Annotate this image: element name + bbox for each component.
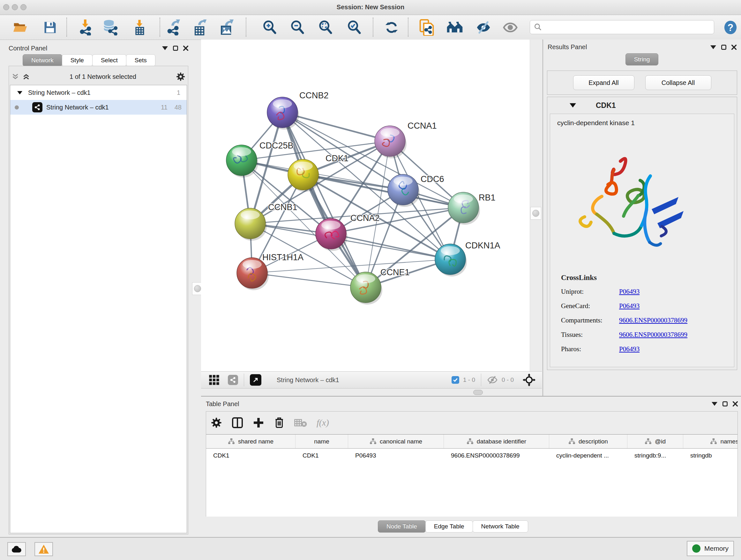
gene-section-header[interactable]: CDK1 bbox=[547, 97, 737, 114]
column-header-namespace[interactable]: namespace bbox=[683, 435, 738, 448]
network-row[interactable]: String Network – cdk1 11 48 bbox=[10, 100, 187, 115]
expand-all-icon[interactable] bbox=[22, 73, 30, 80]
column-header-canonical-name[interactable]: canonical name bbox=[348, 435, 444, 448]
node-label-CCNB2: CCNB2 bbox=[299, 91, 329, 100]
current-network-dot bbox=[15, 105, 19, 110]
tree-expand-icon[interactable] bbox=[17, 91, 22, 95]
zoom-fit-button[interactable] bbox=[317, 19, 334, 36]
float-panel-icon[interactable] bbox=[721, 45, 726, 50]
node-CDKN1A[interactable]: CDKN1A bbox=[435, 241, 500, 276]
collapse-all-button[interactable]: Collapse All bbox=[645, 75, 711, 90]
import-network-database-button[interactable] bbox=[102, 19, 119, 36]
node-RB1[interactable]: RB1 bbox=[448, 192, 495, 225]
open-session-button[interactable] bbox=[11, 19, 29, 36]
section-collapse-icon[interactable] bbox=[569, 103, 576, 108]
table-cell[interactable]: CDK1 bbox=[206, 449, 295, 462]
tab-network[interactable]: Network bbox=[23, 54, 62, 66]
first-neighbors-button[interactable] bbox=[446, 19, 463, 36]
tab-sets[interactable]: Sets bbox=[126, 54, 155, 66]
tab-node-table[interactable]: Node Table bbox=[378, 520, 426, 533]
table-panel-header: Table Panel bbox=[206, 399, 738, 409]
table-cell[interactable]: cyclin-dependent ... bbox=[549, 449, 627, 462]
crosslink-row: Uniprot:P06493 bbox=[561, 288, 733, 296]
node-HIST1H1A[interactable]: HIST1H1A bbox=[237, 253, 304, 290]
node-CDC25B[interactable]: CDC25B bbox=[226, 141, 293, 178]
table-panel-top-border bbox=[201, 396, 741, 396]
crosslink-link[interactable]: P06493 bbox=[619, 302, 639, 310]
add-column-icon[interactable] bbox=[253, 417, 264, 428]
table-row[interactable]: CDK1CDK1P064939606.ENSP00000378699cyclin… bbox=[206, 449, 738, 462]
close-panel-icon[interactable] bbox=[183, 46, 188, 51]
import-network-file-button[interactable] bbox=[77, 19, 94, 36]
column-header--id[interactable]: @id bbox=[627, 435, 683, 448]
collapse-all-icon[interactable] bbox=[11, 73, 19, 80]
hide-selected-button[interactable] bbox=[475, 19, 492, 36]
warnings-button[interactable] bbox=[35, 542, 53, 556]
float-panel-icon[interactable] bbox=[723, 401, 728, 407]
apply-layout-button[interactable] bbox=[383, 19, 400, 36]
table-gear-icon[interactable] bbox=[211, 417, 222, 428]
column-header-name[interactable]: name bbox=[295, 435, 348, 448]
node-CCNB2[interactable]: CCNB2 bbox=[267, 91, 329, 130]
table-cell[interactable]: stringdb bbox=[683, 449, 738, 462]
zoom-selected-button[interactable] bbox=[346, 19, 363, 36]
right-splitter-handle[interactable] bbox=[530, 207, 541, 220]
zoom-out-button[interactable] bbox=[289, 19, 306, 36]
search-input[interactable] bbox=[545, 23, 710, 31]
network-graph[interactable]: CCNB2CCNA1CDC25BCDK1CDC6RB1CCNB1CCNA2CDK… bbox=[201, 40, 530, 371]
show-columns-icon[interactable] bbox=[232, 417, 243, 428]
clone-network-button[interactable] bbox=[418, 19, 435, 36]
table-cell[interactable]: stringdb:9... bbox=[627, 449, 683, 462]
network-list-header: 1 of 1 Network selected bbox=[11, 70, 185, 84]
toolbar-separator bbox=[246, 17, 246, 37]
import-table-button[interactable] bbox=[131, 19, 148, 36]
crosslink-link[interactable]: 9606.ENSP00000378699 bbox=[619, 316, 687, 324]
table-cell[interactable]: 9606.ENSP00000378699 bbox=[444, 449, 549, 462]
zoom-in-button[interactable] bbox=[261, 19, 278, 36]
fit-selected-crosshair-icon[interactable] bbox=[523, 374, 536, 386]
memory-button[interactable]: Memory bbox=[687, 541, 734, 556]
collapse-panel-icon[interactable] bbox=[711, 45, 716, 49]
tab-network-table[interactable]: Network Table bbox=[473, 520, 528, 533]
tab-edge-table[interactable]: Edge Table bbox=[425, 520, 473, 533]
crosslink-link[interactable]: P06493 bbox=[619, 345, 639, 353]
column-header-description[interactable]: description bbox=[549, 435, 627, 448]
collapse-panel-icon[interactable] bbox=[712, 402, 718, 406]
selected-checkbox-icon[interactable] bbox=[452, 376, 459, 384]
edge-HIST1H1A-CCNE1[interactable] bbox=[252, 273, 366, 287]
expand-all-button[interactable]: Expand All bbox=[573, 75, 634, 90]
node-label-CCNA2: CCNA2 bbox=[350, 213, 380, 223]
zoom-in-icon bbox=[262, 20, 277, 35]
gear-icon[interactable] bbox=[176, 72, 185, 81]
function-builder-icon: f(x) bbox=[317, 418, 329, 428]
export-network-button[interactable] bbox=[165, 19, 183, 36]
float-panel-icon[interactable] bbox=[173, 46, 178, 51]
help-button[interactable]: ? bbox=[722, 19, 739, 36]
tab-string[interactable]: String bbox=[625, 53, 659, 65]
cloud-button[interactable] bbox=[7, 542, 26, 556]
export-table-button[interactable] bbox=[192, 19, 209, 36]
save-session-button[interactable] bbox=[42, 19, 59, 36]
column-header-shared-name[interactable]: shared name bbox=[206, 435, 295, 448]
close-panel-icon[interactable] bbox=[731, 45, 737, 50]
node-CCNA1[interactable]: CCNA1 bbox=[375, 121, 437, 159]
collapse-panel-icon[interactable] bbox=[162, 46, 168, 50]
crosslink-link[interactable]: P06493 bbox=[619, 288, 639, 296]
tab-select[interactable]: Select bbox=[92, 54, 126, 66]
table-panel-splitter-handle[interactable] bbox=[473, 390, 483, 395]
close-panel-icon[interactable] bbox=[733, 401, 738, 407]
birdseye-grid-icon[interactable] bbox=[209, 374, 219, 385]
table-cell[interactable]: P06493 bbox=[348, 449, 444, 462]
delete-column-icon[interactable] bbox=[274, 417, 285, 429]
zoom-selected-icon bbox=[347, 20, 361, 35]
network-collection-row[interactable]: String Network – cdk1 1 bbox=[10, 85, 187, 100]
tab-style[interactable]: Style bbox=[62, 54, 92, 66]
table-cell[interactable]: CDK1 bbox=[295, 449, 348, 462]
column-header-database-identifier[interactable]: database identifier bbox=[444, 435, 549, 448]
control-panel-tabs: NetworkStyleSelectSets bbox=[23, 54, 155, 66]
network-share-icon[interactable] bbox=[228, 375, 238, 385]
show-all-button[interactable] bbox=[502, 19, 519, 36]
crosslink-link[interactable]: 9606.ENSP00000378699 bbox=[619, 331, 687, 339]
export-image-button[interactable] bbox=[218, 19, 235, 36]
open-in-window-icon[interactable] bbox=[250, 374, 261, 386]
